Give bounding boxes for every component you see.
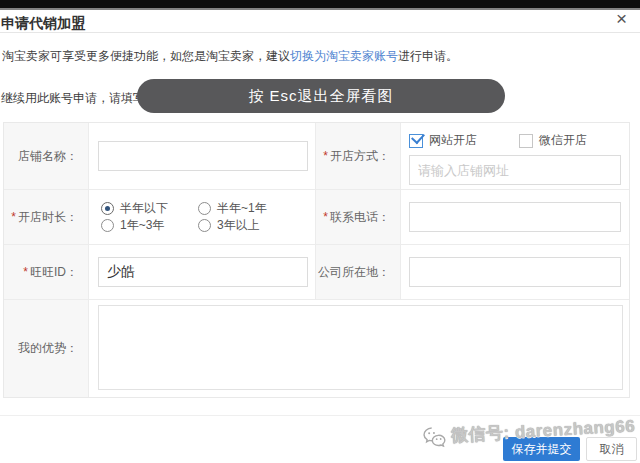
cancel-button[interactable]: 取消 xyxy=(586,437,637,461)
open-method-checkboxes: 网站开店 微信开店 xyxy=(409,132,629,149)
wangwang-id-cell xyxy=(89,245,316,300)
required-asterisk: * xyxy=(323,149,328,163)
checkbox-unchecked-icon[interactable] xyxy=(519,134,533,148)
shop-duration-cell: 半年以下 半年~1年 1年~3年 3年以上 xyxy=(89,190,316,245)
radio-item-half-to-one-year[interactable]: 半年~1年 xyxy=(198,200,315,217)
close-icon[interactable]: × xyxy=(616,9,627,29)
checkbox-label: 微信开店 xyxy=(539,132,587,149)
my-advantage-label: 我的优势： xyxy=(18,340,78,357)
company-location-cell xyxy=(401,245,629,300)
notice-text-after: 进行申请。 xyxy=(398,49,458,63)
shop-duration-label: 开店时长： xyxy=(18,209,78,226)
contact-phone-label-cell: * 联系电话： xyxy=(316,190,401,245)
radio-label: 半年以下 xyxy=(120,200,168,217)
contact-phone-cell xyxy=(401,190,629,245)
required-asterisk: * xyxy=(323,210,328,224)
notice-text-before: 淘宝卖家可享受更多便捷功能，如您是淘宝卖家，建议 xyxy=(2,49,290,63)
radio-icon[interactable] xyxy=(198,219,211,232)
contact-phone-input[interactable] xyxy=(409,202,621,232)
wangwang-id-label: 旺旺ID： xyxy=(30,264,78,281)
required-asterisk: * xyxy=(11,210,16,224)
shop-name-label: 店铺名称： xyxy=(18,148,78,165)
my-advantage-label-cell: 我的优势： xyxy=(4,300,89,397)
esc-fullscreen-toast: 按 Esc退出全屏看图 xyxy=(137,79,505,113)
my-advantage-textarea[interactable] xyxy=(98,305,623,390)
dialog-title: 申请代销加盟 xyxy=(1,15,85,33)
seller-notice: 淘宝卖家可享受更多便捷功能，如您是淘宝卖家，建议切换为淘宝卖家账号进行申请。 xyxy=(2,48,458,65)
shop-duration-label-cell: * 开店时长： xyxy=(4,190,89,245)
checkbox-checked-icon[interactable] xyxy=(409,134,423,148)
open-method-cell: 网站开店 微信开店 xyxy=(401,123,629,190)
radio-item-one-to-three-years[interactable]: 1年~3年 xyxy=(101,217,198,234)
company-location-label: 公司所在地： xyxy=(318,264,390,281)
wangwang-id-label-cell: * 旺旺ID： xyxy=(4,245,89,300)
shop-url-input[interactable] xyxy=(409,155,621,185)
radio-icon[interactable] xyxy=(101,219,114,232)
shop-duration-options: 半年以下 半年~1年 1年~3年 3年以上 xyxy=(89,190,315,244)
open-method-label: 开店方式： xyxy=(330,148,390,165)
switch-account-link[interactable]: 切换为淘宝卖家账号 xyxy=(290,49,398,63)
shop-name-input[interactable] xyxy=(98,141,308,171)
checkbox-label: 网站开店 xyxy=(429,132,477,149)
wechat-icon xyxy=(422,425,447,448)
open-method-label-cell: * 开店方式： xyxy=(316,123,401,190)
contact-phone-label: 联系电话： xyxy=(330,209,390,226)
wangwang-id-input[interactable] xyxy=(98,257,308,287)
browser-chrome-edge xyxy=(0,8,640,10)
radio-label: 1年~3年 xyxy=(120,217,164,234)
my-advantage-cell xyxy=(89,300,629,397)
company-location-input[interactable] xyxy=(409,257,621,287)
footer-divider xyxy=(0,415,640,416)
checkbox-item-website[interactable]: 网站开店 xyxy=(409,132,477,149)
save-submit-button[interactable]: 保存并提交 xyxy=(503,437,580,461)
radio-selected-icon[interactable] xyxy=(101,202,114,215)
checkbox-item-wechat[interactable]: 微信开店 xyxy=(519,132,587,149)
radio-label: 3年以上 xyxy=(217,217,260,234)
radio-icon[interactable] xyxy=(198,202,211,215)
shop-name-label-cell: 店铺名称： xyxy=(4,123,89,190)
company-location-label-cell: 公司所在地： xyxy=(316,245,401,300)
radio-label: 半年~1年 xyxy=(217,200,267,217)
required-asterisk: * xyxy=(23,265,28,279)
radio-item-under-half-year[interactable]: 半年以下 xyxy=(101,200,198,217)
application-form: 店铺名称： * 开店方式： 网站开店 微信开店 * 开店时长： 半年以下 xyxy=(3,122,630,398)
shop-name-cell xyxy=(89,123,316,190)
browser-chrome-bar xyxy=(0,0,640,8)
header-divider xyxy=(0,32,640,33)
radio-item-over-three-years[interactable]: 3年以上 xyxy=(198,217,315,234)
